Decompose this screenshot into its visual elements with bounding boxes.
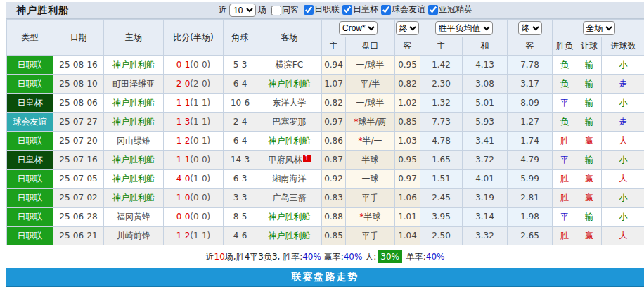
league-type-cell: 日职联 (7, 189, 53, 208)
corners-cell: 6-4 (224, 132, 257, 151)
red-card-badge: 1 (303, 155, 311, 162)
team-title: 神户胜利船 (16, 4, 69, 17)
score-cell: 0-0(0-0) (164, 208, 224, 227)
avg-lose-odds-cell: 4.79 (508, 151, 553, 170)
handicap-result-cell: 输 (577, 56, 602, 75)
avg-draw-odds-cell: 3.08 (463, 75, 508, 94)
odds-stage-select[interactable]: 终 (396, 21, 420, 35)
result-cell: 胜 (553, 227, 577, 245)
same-away-checkbox[interactable] (271, 6, 281, 15)
avg-win-odds-cell: 1.42 (420, 56, 463, 75)
score-cell: 1-2(1-1) (164, 227, 224, 245)
corners-cell: 2-4 (224, 113, 257, 132)
result-cell: 胜 (553, 170, 577, 189)
fulltime-score: 2-0 (176, 79, 191, 89)
handicap-result-cell: 输 (577, 151, 602, 170)
fulltime-score: 0-0 (176, 212, 191, 222)
score-cell: 1-1(0-0) (164, 151, 224, 170)
halftime-score: (1-1) (190, 117, 210, 127)
away-team-link: 横滨FC (257, 56, 322, 75)
league-checkbox[interactable] (304, 5, 314, 15)
score-cell: 4-0(1-0) (164, 170, 224, 189)
away-team-link[interactable]: 神户胜利船 (257, 227, 322, 245)
home-team-link[interactable]: 神户胜利船 (104, 94, 164, 113)
halftime-score: (0-1) (190, 136, 210, 146)
away-odds-cell: 1.06 (395, 189, 420, 208)
home-odds-cell: 0.87 (322, 151, 346, 170)
home-team-link[interactable]: 神户胜利船 (104, 113, 164, 132)
away-odds-cell: 1.03 (395, 132, 420, 151)
score-cell: 2-0(2-0) (164, 75, 224, 94)
col-header-score: 比分(半场) (164, 20, 224, 56)
match-row: 日职联25-06-28福冈黄蜂0-0(0-0)8-5神户胜利船0.88*半球1.… (7, 208, 644, 227)
match-row: 日职联25-07-20冈山绿雉1-2(0-1)6-4神户胜利船0.86*半/一1… (7, 132, 644, 151)
corners-cell: 5-3 (224, 56, 257, 75)
avg-lose-odds-cell: 2.65 (508, 227, 553, 245)
result-cell: 负 (553, 113, 577, 132)
league-type-cell: 日职联 (7, 132, 53, 151)
away-team-link[interactable]: 神户胜利船 (257, 132, 322, 151)
avg-lose-odds-cell: 1.74 (508, 132, 553, 151)
handicap-result-cell: 赢 (577, 227, 602, 245)
league-checkbox[interactable] (381, 5, 391, 15)
league-checkbox[interactable] (428, 5, 438, 15)
home-team-link[interactable]: 神户胜利船 (104, 189, 164, 208)
handicap-cell: 平手 (346, 189, 395, 208)
league-checkbox-label: 球会友谊 (392, 4, 425, 15)
result-cell: 胜 (553, 189, 577, 208)
avg-draw-odds-cell: 4.13 (463, 56, 508, 75)
match-row: 球会友谊25-07-27神户胜利船1-3(1-1)2-4巴塞罗那0.97*球半/… (7, 113, 644, 132)
bookmaker-select[interactable]: Crow* (339, 21, 378, 35)
same-away-label: 同客 (282, 4, 299, 16)
league-filter-4[interactable]: 亚冠精英 (425, 4, 472, 15)
score-cell: 1-0(0-0) (164, 189, 224, 208)
league-filter-2[interactable]: 日皇杯 (340, 4, 378, 15)
away-team-link[interactable]: 神户胜利船 (257, 208, 322, 227)
handicap-cell: *半/一 (346, 132, 395, 151)
recent-count-select[interactable]: 10 (229, 4, 256, 17)
home-odds-cell: 0.86 (322, 132, 346, 151)
avg-lose-odds-cell: 8.09 (508, 94, 553, 113)
handicap-cell: 平/半 (346, 75, 395, 94)
corners-cell: 4-6 (224, 227, 257, 245)
fulltime-score: 1-1 (176, 98, 191, 108)
summary-rate: 40% (426, 252, 445, 262)
match-row: 日职联25-08-16神户胜利船0-1(0-0)5-3横滨FC0.94一/球半0… (7, 56, 644, 75)
halftime-score: (2-0) (190, 79, 210, 89)
same-away-toggle[interactable]: 同客 (269, 4, 299, 16)
col-header-type: 类型 (7, 20, 53, 56)
avg-mode-select[interactable]: 胜平负均值 (435, 21, 493, 35)
corners-cell: 10-6 (224, 94, 257, 113)
handicap-change-star: * (354, 117, 358, 127)
recent-label: 近 (219, 4, 227, 16)
scope-select[interactable]: 全场 (583, 21, 615, 35)
league-type-cell: 日皇杯 (7, 94, 53, 113)
home-team-link[interactable]: 神户胜利船 (104, 170, 164, 189)
handicap-result-cell: 赢 (577, 132, 602, 151)
league-checkbox[interactable] (342, 5, 352, 15)
league-trend-button[interactable]: 联赛盘路走势 (6, 268, 644, 287)
corners-cell: 8-5 (224, 208, 257, 227)
halftime-score: (1-1) (190, 98, 210, 108)
away-team-link: 巴塞罗那 (257, 113, 322, 132)
avg-stage-select[interactable]: 终 (518, 21, 542, 35)
home-team-link[interactable]: 神户胜利船 (104, 56, 164, 75)
league-type-cell: 日职联 (7, 227, 53, 245)
away-team-link[interactable]: 神户胜利船 (257, 75, 322, 94)
title-bar: 神户胜利船 近 10 场 同客 日职联日皇杯球会友谊亚冠精英 (6, 2, 644, 19)
league-filter-1[interactable]: 日职联 (301, 4, 340, 15)
away-odds-cell: 1.04 (395, 227, 420, 245)
league-filter-3[interactable]: 球会友谊 (378, 4, 425, 15)
goals-result-cell: 走 (602, 113, 644, 132)
goals-result-cell: 大 (602, 132, 644, 151)
handicap-change-star: * (358, 136, 362, 146)
handicap-result-cell: 赢 (577, 189, 602, 208)
home-team-link[interactable]: 神户胜利船 (104, 151, 164, 170)
home-odds-cell: 0.83 (322, 189, 346, 208)
panel-content: 神户胜利船 近 10 场 同客 日职联日皇杯球会友谊亚冠精英 (6, 2, 644, 287)
score-cell: 1-3(1-1) (164, 113, 224, 132)
summary-text: 赢率: (321, 251, 344, 263)
summary-text: 单率: (404, 251, 426, 263)
avg-lose-odds-cell: 7.78 (508, 56, 553, 75)
score-cell: 1-1(1-1) (164, 94, 224, 113)
